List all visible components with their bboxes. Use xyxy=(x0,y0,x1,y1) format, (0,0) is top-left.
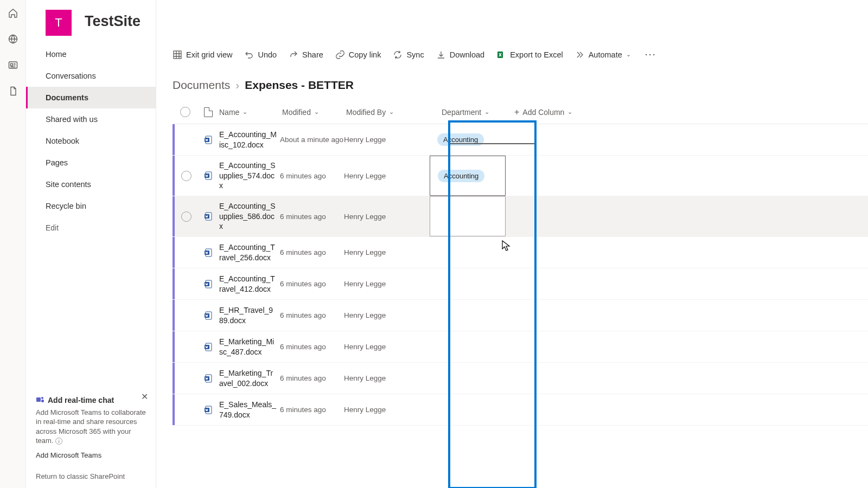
main-area: TestSite Exit grid view Undo Share Copy … xyxy=(156,0,868,488)
file-type-icon xyxy=(197,171,219,181)
file-name[interactable]: E_Accounting_Supplies_574.docx xyxy=(219,160,280,191)
export-excel-button[interactable]: Export to Excel xyxy=(496,50,563,60)
select-all[interactable] xyxy=(173,107,197,117)
sidebar-item-home[interactable]: Home xyxy=(26,43,156,65)
modified-date: 6 minutes ago xyxy=(280,172,344,180)
file-name[interactable]: E_Accounting_Travel_256.docx xyxy=(219,242,280,263)
news-icon[interactable] xyxy=(8,60,18,70)
file-name[interactable]: E_Accounting_Supplies_586.docx xyxy=(219,201,280,232)
sync-icon xyxy=(393,50,403,60)
close-icon[interactable]: ✕ xyxy=(141,391,148,402)
sidebar-nav: HomeConversationsDocumentsShared with us… xyxy=(26,43,156,488)
table-row[interactable]: E_Sales_Meals_749.docx6 minutes agoHenry… xyxy=(173,394,868,426)
file-name[interactable]: E_Marketing_Travel_002.docx xyxy=(219,368,280,389)
share-label: Share xyxy=(302,50,323,59)
add-teams-link[interactable]: Add Microsoft Teams xyxy=(36,451,101,459)
word-file-icon xyxy=(203,405,213,415)
type-column-header[interactable] xyxy=(197,107,219,117)
classic-sharepoint-link[interactable]: Return to classic SharePoint xyxy=(26,467,156,488)
file-name[interactable]: E_Sales_Meals_749.docx xyxy=(219,400,280,420)
home-icon[interactable] xyxy=(8,8,18,18)
files-icon[interactable] xyxy=(8,86,18,97)
department-cell-editing[interactable] xyxy=(430,196,506,236)
automate-button[interactable]: Automate ⌄ xyxy=(575,50,631,60)
word-file-icon xyxy=(203,171,213,181)
modified-date: 6 minutes ago xyxy=(280,248,344,256)
sidebar-item-site-contents[interactable]: Site contents xyxy=(26,174,156,195)
word-file-icon xyxy=(203,342,213,352)
flow-icon xyxy=(575,50,585,60)
site-logo-tile[interactable]: T xyxy=(46,10,72,36)
sidebar-item-conversations[interactable]: Conversations xyxy=(26,65,156,87)
chevron-down-icon: ⌄ xyxy=(242,108,247,115)
globe-icon[interactable] xyxy=(8,34,18,44)
sync-button[interactable]: Sync xyxy=(393,50,424,60)
undo-button[interactable]: Undo xyxy=(244,50,277,60)
file-name[interactable]: E_Marketing_Misc_487.docx xyxy=(219,337,280,357)
chevron-down-icon: ⌄ xyxy=(314,108,319,115)
undo-label: Undo xyxy=(258,50,277,59)
svg-rect-4 xyxy=(41,400,44,402)
name-label: Name xyxy=(219,108,239,117)
table-row[interactable]: E_Marketing_Misc_487.docx6 minutes agoHe… xyxy=(173,331,868,363)
sidebar-item-shared-with-us[interactable]: Shared with us xyxy=(26,108,156,130)
download-button[interactable]: Download xyxy=(436,50,485,60)
table-row[interactable]: E_Accounting_Misc_102.docxAbout a minute… xyxy=(173,124,868,156)
site-title[interactable]: TestSite xyxy=(85,13,141,30)
department-label: Department xyxy=(442,108,481,117)
table-row[interactable]: E_HR_Travel_989.docx6 minutes agoHenry L… xyxy=(173,300,868,331)
file-name[interactable]: E_Accounting_Misc_102.docx xyxy=(219,130,280,150)
table-row[interactable]: E_Marketing_Travel_002.docx6 minutes ago… xyxy=(173,363,868,394)
breadcrumb-root[interactable]: Documents xyxy=(173,79,230,92)
chevron-down-icon: ⌄ xyxy=(389,108,394,115)
row-select[interactable] xyxy=(175,171,197,181)
share-button[interactable]: Share xyxy=(289,50,323,60)
app-rail xyxy=(0,0,26,488)
chevron-down-icon: ⌄ xyxy=(626,51,631,58)
modified-date: 6 minutes ago xyxy=(280,280,344,288)
modified-by: Henry Legge xyxy=(344,311,430,319)
modified-by: Henry Legge xyxy=(344,374,430,382)
modified-date: About a minute ago xyxy=(280,136,344,144)
sync-label: Sync xyxy=(406,50,424,59)
department-header-underline xyxy=(450,143,534,144)
promo-body: Add Microsoft Teams to collaborate in re… xyxy=(36,408,146,445)
modified-date: 6 minutes ago xyxy=(280,374,344,382)
share-icon xyxy=(289,50,298,60)
file-name[interactable]: E_Accounting_Travel_412.docx xyxy=(219,274,280,294)
file-name[interactable]: E_HR_Travel_989.docx xyxy=(219,305,280,326)
add-column-button[interactable]: +Add Column⌄ xyxy=(514,107,590,117)
sidebar-item-recycle-bin[interactable]: Recycle bin xyxy=(26,195,156,217)
download-label: Download xyxy=(450,50,485,59)
department-column-header[interactable]: Department⌄ xyxy=(432,108,514,117)
breadcrumb-current: Expenses - BETTER xyxy=(245,79,354,92)
modified-by-column-header[interactable]: Modified By⌄ xyxy=(346,108,432,117)
modified-label: Modified xyxy=(282,108,311,117)
table-row[interactable]: E_Accounting_Travel_256.docx6 minutes ag… xyxy=(173,237,868,268)
sidebar-item-documents[interactable]: Documents xyxy=(26,87,156,108)
file-type-icon xyxy=(197,311,219,320)
row-select[interactable] xyxy=(175,211,197,222)
table-row[interactable]: E_Accounting_Supplies_574.docx6 minutes … xyxy=(173,156,868,196)
copy-link-button[interactable]: Copy link xyxy=(335,50,381,60)
svg-rect-2 xyxy=(36,397,41,402)
name-column-header[interactable]: Name⌄ xyxy=(219,108,282,117)
table-row[interactable]: E_Accounting_Travel_412.docx6 minutes ag… xyxy=(173,268,868,300)
modified-column-header[interactable]: Modified⌄ xyxy=(282,108,346,117)
sidebar-edit[interactable]: Edit xyxy=(26,217,156,239)
export-label: Export to Excel xyxy=(510,50,563,59)
modified-by: Henry Legge xyxy=(344,406,430,414)
word-file-icon xyxy=(203,279,213,289)
department-cell-editing[interactable]: Accounting xyxy=(430,156,506,196)
more-actions-button[interactable]: ··· xyxy=(643,49,659,60)
modified-by: Henry Legge xyxy=(344,343,430,351)
breadcrumb: Documents › Expenses - BETTER xyxy=(156,66,868,100)
table-row[interactable]: E_Accounting_Supplies_586.docx6 minutes … xyxy=(173,196,868,237)
exit-grid-view-button[interactable]: Exit grid view xyxy=(173,50,232,60)
teams-chat-promo: ✕ Add real-time chat Add Microsoft Teams… xyxy=(33,390,149,463)
automate-label: Automate xyxy=(589,50,622,59)
sidebar-item-pages[interactable]: Pages xyxy=(26,152,156,174)
info-icon[interactable]: i xyxy=(55,438,62,445)
word-file-icon xyxy=(203,311,213,320)
sidebar-item-notebook[interactable]: Notebook xyxy=(26,130,156,152)
